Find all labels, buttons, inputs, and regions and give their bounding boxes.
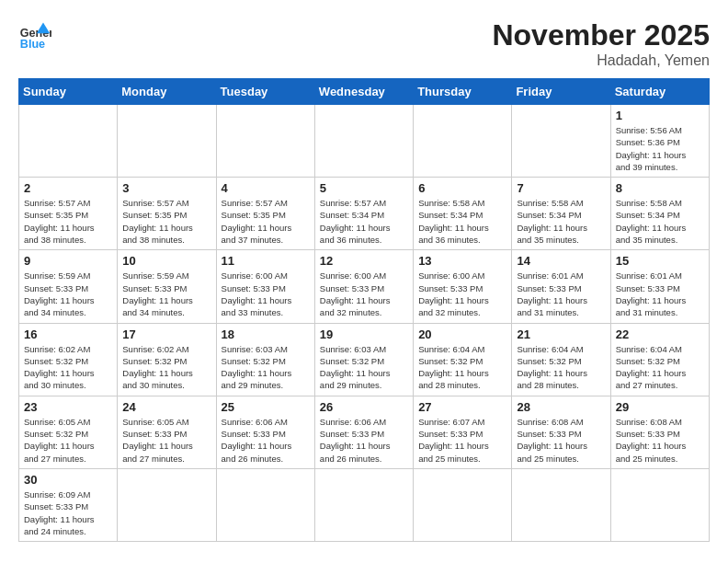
day-info: Sunrise: 6:01 AM Sunset: 5:33 PM Dayligh… [616, 270, 704, 318]
day-info: Sunrise: 6:03 AM Sunset: 5:32 PM Dayligh… [320, 343, 408, 392]
day-header-tuesday: Tuesday [216, 79, 314, 105]
day-info: Sunrise: 5:57 AM Sunset: 5:35 PM Dayligh… [122, 197, 210, 246]
day-number: 22 [616, 327, 704, 341]
day-number: 27 [418, 400, 506, 414]
calendar-cell: 6Sunrise: 5:58 AM Sunset: 5:34 PM Daylig… [414, 178, 512, 250]
calendar-cell: 9Sunrise: 5:59 AM Sunset: 5:33 PM Daylig… [19, 250, 118, 323]
day-number: 9 [24, 254, 112, 268]
logo: General Blue [18, 18, 51, 52]
calendar-week-1: 1Sunrise: 5:56 AM Sunset: 5:36 PM Daylig… [19, 105, 710, 178]
day-info: Sunrise: 6:05 AM Sunset: 5:32 PM Dayligh… [24, 416, 112, 465]
calendar-cell [314, 105, 413, 178]
calendar-cell: 2Sunrise: 5:57 AM Sunset: 5:35 PM Daylig… [19, 178, 118, 250]
calendar-week-3: 9Sunrise: 5:59 AM Sunset: 5:33 PM Daylig… [19, 250, 710, 323]
day-info: Sunrise: 6:02 AM Sunset: 5:32 PM Dayligh… [24, 343, 112, 392]
day-info: Sunrise: 6:00 AM Sunset: 5:33 PM Dayligh… [418, 270, 506, 318]
calendar-cell: 3Sunrise: 5:57 AM Sunset: 5:35 PM Daylig… [118, 178, 216, 250]
day-number: 13 [418, 254, 506, 268]
day-number: 5 [320, 181, 408, 195]
day-number: 11 [222, 254, 310, 268]
calendar-cell: 1Sunrise: 5:56 AM Sunset: 5:36 PM Daylig… [610, 105, 709, 178]
day-header-saturday: Saturday [610, 79, 709, 105]
calendar-cell: 13Sunrise: 6:00 AM Sunset: 5:33 PM Dayli… [414, 250, 512, 323]
day-header-monday: Monday [118, 79, 216, 105]
calendar-cell: 11Sunrise: 6:00 AM Sunset: 5:33 PM Dayli… [216, 250, 314, 323]
day-number: 18 [222, 327, 310, 341]
day-info: Sunrise: 5:58 AM Sunset: 5:34 PM Dayligh… [418, 197, 506, 246]
calendar-cell: 25Sunrise: 6:06 AM Sunset: 5:33 PM Dayli… [216, 396, 314, 468]
calendar-cell [414, 105, 512, 178]
day-info: Sunrise: 6:00 AM Sunset: 5:33 PM Dayligh… [222, 270, 310, 318]
day-number: 28 [517, 400, 605, 414]
calendar-cell: 28Sunrise: 6:08 AM Sunset: 5:33 PM Dayli… [512, 396, 610, 468]
day-info: Sunrise: 6:04 AM Sunset: 5:32 PM Dayligh… [616, 343, 704, 392]
calendar-table: SundayMondayTuesdayWednesdayThursdayFrid… [18, 78, 710, 542]
day-number: 14 [517, 254, 605, 268]
day-header-thursday: Thursday [414, 79, 512, 105]
day-info: Sunrise: 6:06 AM Sunset: 5:33 PM Dayligh… [320, 416, 408, 465]
calendar-cell: 23Sunrise: 6:05 AM Sunset: 5:32 PM Dayli… [19, 396, 118, 468]
calendar-cell: 30Sunrise: 6:09 AM Sunset: 5:33 PM Dayli… [19, 468, 118, 541]
day-info: Sunrise: 5:56 AM Sunset: 5:36 PM Dayligh… [616, 124, 704, 173]
month-title: November 2025 [492, 18, 710, 52]
calendar-cell: 5Sunrise: 5:57 AM Sunset: 5:34 PM Daylig… [314, 178, 413, 250]
calendar-cell [216, 468, 314, 541]
day-number: 16 [24, 327, 112, 341]
calendar-cell: 7Sunrise: 5:58 AM Sunset: 5:34 PM Daylig… [512, 178, 610, 250]
title-block: November 2025 Hadadah, Yemen [492, 18, 710, 69]
calendar-cell: 22Sunrise: 6:04 AM Sunset: 5:32 PM Dayli… [610, 323, 709, 396]
day-number: 19 [320, 327, 408, 341]
location-title: Hadadah, Yemen [492, 52, 710, 69]
day-number: 4 [222, 181, 310, 195]
calendar-cell: 29Sunrise: 6:08 AM Sunset: 5:33 PM Dayli… [610, 396, 709, 468]
day-info: Sunrise: 5:58 AM Sunset: 5:34 PM Dayligh… [517, 197, 605, 246]
logo-icon: General Blue [18, 18, 51, 52]
day-info: Sunrise: 5:57 AM Sunset: 5:35 PM Dayligh… [222, 197, 310, 246]
calendar-cell: 17Sunrise: 6:02 AM Sunset: 5:32 PM Dayli… [118, 323, 216, 396]
day-info: Sunrise: 5:57 AM Sunset: 5:35 PM Dayligh… [24, 197, 112, 246]
calendar-cell: 18Sunrise: 6:03 AM Sunset: 5:32 PM Dayli… [216, 323, 314, 396]
calendar-cell [118, 105, 216, 178]
day-info: Sunrise: 6:08 AM Sunset: 5:33 PM Dayligh… [517, 416, 605, 465]
day-number: 21 [517, 327, 605, 341]
day-number: 3 [122, 181, 210, 195]
day-number: 24 [122, 400, 210, 414]
day-number: 2 [24, 181, 112, 195]
day-info: Sunrise: 6:03 AM Sunset: 5:32 PM Dayligh… [222, 343, 310, 392]
calendar-cell [118, 468, 216, 541]
calendar-cell [414, 468, 512, 541]
calendar-cell: 27Sunrise: 6:07 AM Sunset: 5:33 PM Dayli… [414, 396, 512, 468]
day-number: 8 [616, 181, 704, 195]
day-info: Sunrise: 5:59 AM Sunset: 5:33 PM Dayligh… [122, 270, 210, 318]
day-header-friday: Friday [512, 79, 610, 105]
calendar-cell: 16Sunrise: 6:02 AM Sunset: 5:32 PM Dayli… [19, 323, 118, 396]
day-number: 25 [222, 400, 310, 414]
calendar-cell: 21Sunrise: 6:04 AM Sunset: 5:32 PM Dayli… [512, 323, 610, 396]
day-number: 17 [122, 327, 210, 341]
day-number: 6 [418, 181, 506, 195]
page-header: General Blue November 2025 Hadadah, Yeme… [18, 18, 710, 69]
day-number: 26 [320, 400, 408, 414]
day-number: 23 [24, 400, 112, 414]
calendar-week-5: 23Sunrise: 6:05 AM Sunset: 5:32 PM Dayli… [19, 396, 710, 468]
calendar-cell: 12Sunrise: 6:00 AM Sunset: 5:33 PM Dayli… [314, 250, 413, 323]
calendar-cell: 15Sunrise: 6:01 AM Sunset: 5:33 PM Dayli… [610, 250, 709, 323]
day-number: 1 [616, 109, 704, 122]
day-number: 7 [517, 181, 605, 195]
day-info: Sunrise: 6:04 AM Sunset: 5:32 PM Dayligh… [418, 343, 506, 392]
calendar-cell: 4Sunrise: 5:57 AM Sunset: 5:35 PM Daylig… [216, 178, 314, 250]
calendar-cell: 14Sunrise: 6:01 AM Sunset: 5:33 PM Dayli… [512, 250, 610, 323]
day-info: Sunrise: 6:05 AM Sunset: 5:33 PM Dayligh… [122, 416, 210, 465]
day-info: Sunrise: 6:08 AM Sunset: 5:33 PM Dayligh… [616, 416, 704, 465]
day-number: 15 [616, 254, 704, 268]
day-info: Sunrise: 5:57 AM Sunset: 5:34 PM Dayligh… [320, 197, 408, 246]
day-header-wednesday: Wednesday [314, 79, 413, 105]
calendar-cell [610, 468, 709, 541]
day-header-row: SundayMondayTuesdayWednesdayThursdayFrid… [19, 79, 710, 105]
calendar-cell: 10Sunrise: 5:59 AM Sunset: 5:33 PM Dayli… [118, 250, 216, 323]
calendar-cell: 20Sunrise: 6:04 AM Sunset: 5:32 PM Dayli… [414, 323, 512, 396]
day-info: Sunrise: 5:59 AM Sunset: 5:33 PM Dayligh… [24, 270, 112, 318]
day-info: Sunrise: 5:58 AM Sunset: 5:34 PM Dayligh… [616, 197, 704, 246]
day-info: Sunrise: 6:01 AM Sunset: 5:33 PM Dayligh… [517, 270, 605, 318]
day-info: Sunrise: 6:02 AM Sunset: 5:32 PM Dayligh… [122, 343, 210, 392]
